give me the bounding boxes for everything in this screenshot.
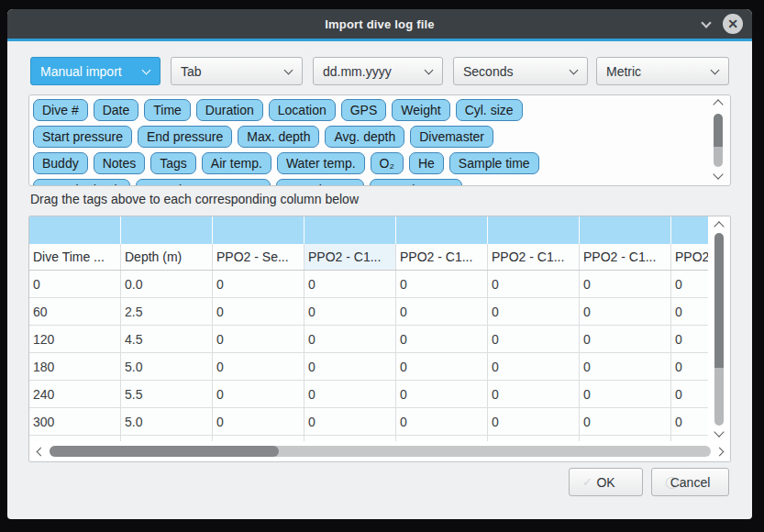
table-cell[interactable]: 0: [396, 353, 488, 380]
scroll-down-icon[interactable]: [713, 169, 723, 179]
table-cell[interactable]: 0: [580, 271, 671, 297]
titlebar[interactable]: Import dive log file ✕: [7, 9, 752, 39]
table-cell[interactable]: 0: [488, 326, 580, 352]
close-icon[interactable]: ✕: [723, 14, 743, 34]
table-cell[interactable]: 5.0: [121, 353, 213, 380]
table-cell[interactable]: 2.5: [121, 298, 213, 325]
tag-chip[interactable]: Sample time: [449, 152, 539, 174]
tag-chip[interactable]: GPS: [341, 99, 387, 121]
table-cell[interactable]: 0: [488, 408, 580, 435]
units-combo[interactable]: Metric: [596, 57, 729, 85]
drop-target-cell[interactable]: [121, 216, 213, 244]
table-cell[interactable]: 0: [213, 326, 304, 352]
table-cell[interactable]: 0: [396, 326, 488, 352]
scroll-right-icon[interactable]: [715, 447, 725, 456]
drop-target-cell[interactable]: [580, 216, 671, 244]
table-cell[interactable]: 0: [671, 326, 708, 352]
tag-chip[interactable]: Location: [269, 99, 336, 121]
ok-button[interactable]: ✓ OK: [569, 468, 643, 496]
table-cell[interactable]: 0: [213, 381, 304, 407]
column-header[interactable]: PPO2 - C1...: [580, 244, 671, 270]
table-cell[interactable]: 0: [304, 326, 396, 352]
tag-area-vertical-scrollbar[interactable]: [709, 97, 727, 185]
drop-target-row[interactable]: [29, 216, 708, 244]
table-cell[interactable]: 0: [304, 298, 396, 325]
tag-chip[interactable]: Air temp.: [202, 152, 271, 174]
table-cell[interactable]: 240: [29, 381, 121, 407]
table-cell[interactable]: 0: [488, 353, 580, 380]
table-cell[interactable]: 0: [580, 298, 671, 325]
table-cell[interactable]: 0: [396, 298, 488, 325]
table-cell[interactable]: 4.5: [121, 326, 213, 352]
table-cell[interactable]: 0: [671, 381, 708, 407]
tag-chip[interactable]: Avg. depth: [325, 126, 404, 148]
table-cell[interactable]: 0: [304, 408, 396, 435]
drop-target-cell[interactable]: [304, 216, 396, 244]
tag-chip[interactable]: Sample temperature: [136, 179, 271, 186]
tag-chip[interactable]: Time: [144, 99, 191, 121]
drop-target-cell[interactable]: [396, 216, 488, 244]
table-cell[interactable]: 0: [396, 408, 488, 435]
table-cell[interactable]: 120: [29, 326, 121, 352]
drop-target-cell[interactable]: [488, 216, 580, 244]
table-cell[interactable]: 0: [213, 408, 304, 435]
table-cell[interactable]: 0: [29, 271, 121, 297]
table-cell[interactable]: 0: [213, 298, 304, 325]
scroll-down-icon[interactable]: [714, 427, 724, 437]
column-header[interactable]: Dive Time ...: [29, 244, 121, 270]
drop-target-cell[interactable]: [213, 216, 304, 244]
table-cell[interactable]: 0.0: [121, 271, 213, 297]
import-source-combo[interactable]: Manual import: [30, 57, 161, 85]
table-cell[interactable]: 0: [304, 381, 396, 407]
tag-chip[interactable]: Notes: [94, 152, 146, 174]
table-cell[interactable]: 0: [671, 353, 708, 380]
table-cell[interactable]: 5.0: [121, 408, 213, 435]
tag-chip[interactable]: Start pressure: [33, 126, 132, 148]
tag-chip[interactable]: Cyl. size: [456, 99, 523, 121]
table-cell[interactable]: 0: [396, 381, 488, 407]
scroll-up-icon[interactable]: [714, 221, 724, 231]
scrollbar-thumb[interactable]: [714, 114, 723, 167]
column-header[interactable]: PPO2 - Se...: [213, 244, 304, 270]
scroll-left-icon[interactable]: [37, 447, 46, 456]
column-header[interactable]: PPO2: [671, 244, 708, 270]
table-vertical-scrollbar[interactable]: [710, 219, 728, 439]
tag-chip[interactable]: Max. depth: [238, 126, 319, 148]
table-cell[interactable]: 0: [671, 271, 708, 297]
table-cell[interactable]: 0: [304, 353, 396, 380]
tag-chip[interactable]: Dive #: [33, 99, 88, 121]
table-cell[interactable]: 0: [488, 271, 580, 297]
tag-chip[interactable]: Sample CNS: [370, 179, 462, 186]
date-format-combo[interactable]: dd.mm.yyyy: [313, 57, 443, 85]
table-cell[interactable]: 0: [580, 353, 671, 380]
table-cell[interactable]: 0: [671, 408, 708, 435]
field-separator-combo[interactable]: Tab: [171, 57, 303, 85]
table-cell[interactable]: 0: [488, 298, 580, 325]
column-header[interactable]: Depth (m): [121, 244, 213, 270]
table-cell[interactable]: 0: [213, 353, 304, 380]
table-cell[interactable]: 5.5: [121, 381, 213, 407]
tag-chip[interactable]: Weight: [392, 99, 449, 121]
scrollbar-thumb[interactable]: [50, 446, 279, 457]
tag-chip[interactable]: Divemaster: [410, 126, 493, 148]
table-cell[interactable]: 0: [671, 298, 708, 325]
shade-window-icon[interactable]: [701, 17, 711, 28]
tag-chip[interactable]: Buddy: [33, 152, 88, 174]
scrollbar-thumb[interactable]: [714, 233, 724, 426]
table-cell[interactable]: 0: [580, 381, 671, 407]
time-format-combo[interactable]: Seconds: [453, 57, 588, 85]
tag-chip[interactable]: End pressure: [138, 126, 232, 148]
table-cell[interactable]: 0: [213, 271, 304, 297]
tag-chip[interactable]: Sample depth: [33, 179, 130, 186]
tag-chip[interactable]: Duration: [196, 99, 263, 121]
drop-target-cell[interactable]: [29, 216, 121, 244]
table-cell[interactable]: 180: [29, 353, 121, 380]
column-header[interactable]: PPO2 - C1...: [304, 244, 396, 270]
table-cell[interactable]: 60: [29, 298, 121, 325]
tag-chip[interactable]: Date: [94, 99, 139, 121]
tag-chip[interactable]: He: [409, 152, 444, 174]
tag-chip[interactable]: Sample pO₂: [276, 179, 363, 186]
drop-target-cell[interactable]: [671, 216, 708, 244]
column-header[interactable]: PPO2 - C1...: [488, 244, 580, 270]
table-cell[interactable]: 0: [488, 381, 580, 407]
